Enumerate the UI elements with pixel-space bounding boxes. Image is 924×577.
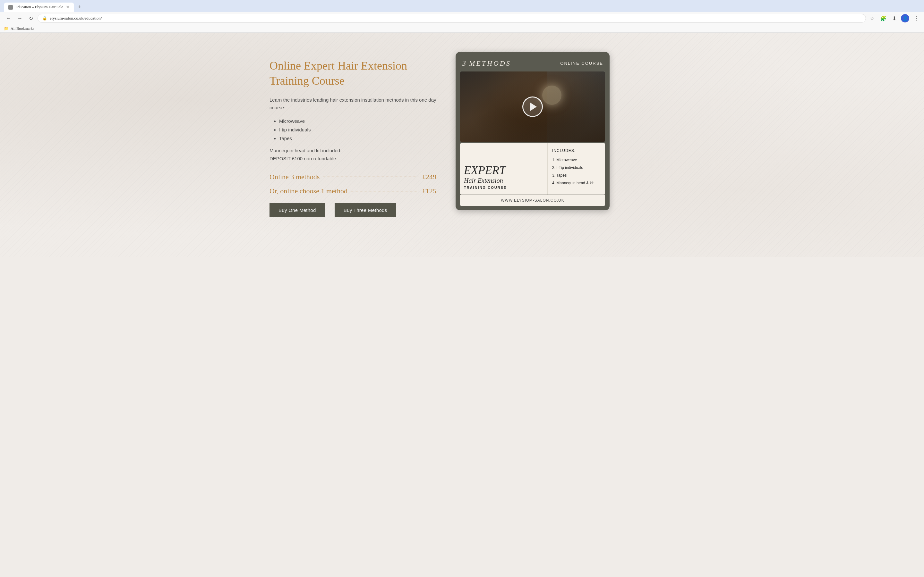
bookmark-star-button[interactable]: ☆ <box>869 14 876 23</box>
includes-item: 4. Mannequin head & kit <box>552 179 601 187</box>
play-button[interactable] <box>522 97 543 117</box>
buy-three-methods-button[interactable]: Buy Three Methods <box>334 203 396 218</box>
card-three-methods-label: 3 METHODS <box>462 59 511 67</box>
active-tab[interactable]: Education – Elysium Hair Salo ✕ <box>4 3 74 12</box>
extensions-button[interactable]: 🧩 <box>879 14 888 23</box>
list-item: Tapes <box>279 134 436 143</box>
pricing-row-1: Online 3 methods £249 <box>270 173 436 181</box>
play-icon <box>530 102 537 111</box>
website-url: WWW.ELYSIUM-SALON.CO.UK <box>501 198 564 203</box>
bookmarks-folder-icon: 📁 <box>4 26 9 31</box>
tab-close-button[interactable]: ✕ <box>66 5 69 10</box>
download-button[interactable]: ⬇ <box>891 14 898 23</box>
card-header: 3 METHODS ONLINE COURSE <box>460 56 605 71</box>
pricing-price-1: £249 <box>422 173 436 181</box>
course-description: Learn the industries leading hair extens… <box>270 96 436 111</box>
course-info: Online Expert Hair Extension Training Co… <box>270 52 436 218</box>
bookmarks-label[interactable]: All Bookmarks <box>11 26 34 31</box>
url-text: elysium-salon.co.uk/education/ <box>50 16 102 21</box>
includes-title: INCLUDES: <box>552 148 601 153</box>
list-item: I tip individuals <box>279 125 436 134</box>
card-bottom-right: INCLUDES: 1. Microweave 2. I-Tip individ… <box>548 143 605 195</box>
training-course-text: TRAINING COURSE <box>464 185 543 189</box>
deposit-note: DEPOSIT £100 non refundable. <box>270 156 436 161</box>
tab-favicon <box>8 5 13 10</box>
menu-button[interactable]: ⋮ <box>913 14 920 23</box>
refresh-button[interactable]: ↻ <box>27 14 35 23</box>
card-online-course-label: ONLINE COURSE <box>560 61 603 66</box>
hair-extension-subtitle: Hair Extension <box>464 177 543 184</box>
browser-toolbar: ← → ↻ 🔒 elysium-salon.co.uk/education/ ☆… <box>0 12 924 25</box>
bookmarks-bar: 📁 All Bookmarks <box>0 25 924 33</box>
new-tab-button[interactable]: + <box>75 3 84 12</box>
profile-button[interactable]: 👤 <box>901 14 909 23</box>
back-button[interactable]: ← <box>4 14 13 23</box>
browser-chrome: Education – Elysium Hair Salo ✕ + ← → ↻ … <box>0 0 924 33</box>
tab-bar: Education – Elysium Hair Salo ✕ + <box>0 0 924 12</box>
card-bottom: EXPERT Hair Extension TRAINING COURSE IN… <box>460 143 605 195</box>
course-title: Online Expert Hair Extension Training Co… <box>270 58 436 89</box>
main-section: Online Expert Hair Extension Training Co… <box>237 33 687 237</box>
includes-item: 2. I-Tip individuals <box>552 164 601 171</box>
address-bar[interactable]: 🔒 elysium-salon.co.uk/education/ <box>37 14 866 23</box>
pricing-label-2: Or, online choose 1 method <box>270 187 347 195</box>
forward-button[interactable]: → <box>15 14 24 23</box>
page-content: Online Expert Hair Extension Training Co… <box>0 33 924 257</box>
expert-title: EXPERT <box>464 164 543 177</box>
card-video[interactable] <box>460 71 605 142</box>
list-item: Microweave <box>279 117 436 125</box>
pricing-label-1: Online 3 methods <box>270 173 320 181</box>
tab-label: Education – Elysium Hair Salo <box>15 5 63 10</box>
pricing-row-2: Or, online choose 1 method £125 <box>270 187 436 195</box>
includes-item: 3. Tapes <box>552 171 601 179</box>
card-bottom-left: EXPERT Hair Extension TRAINING COURSE <box>460 143 548 195</box>
pricing-dots-1 <box>323 177 418 177</box>
mannequin-note: Mannequin head and kit included. <box>270 148 436 153</box>
card-methods-title: 3 METHODS <box>462 59 511 68</box>
button-row: Buy One Method Buy Three Methods <box>270 203 436 218</box>
card-website: WWW.ELYSIUM-SALON.CO.UK <box>460 195 605 206</box>
includes-item: 1. Microweave <box>552 156 601 164</box>
pricing-price-2: £125 <box>422 187 436 195</box>
course-methods-list: Microweave I tip individuals Tapes <box>270 117 436 143</box>
lock-icon: 🔒 <box>42 16 47 21</box>
includes-list: 1. Microweave 2. I-Tip individuals 3. Ta… <box>552 156 601 187</box>
buy-one-method-button[interactable]: Buy One Method <box>270 203 325 218</box>
toolbar-icons: ☆ 🧩 ⬇ 👤 ⋮ <box>869 14 920 23</box>
pricing-dots-2 <box>351 191 418 191</box>
salon-light <box>542 85 561 105</box>
course-card: 3 METHODS ONLINE COURSE <box>456 52 610 210</box>
